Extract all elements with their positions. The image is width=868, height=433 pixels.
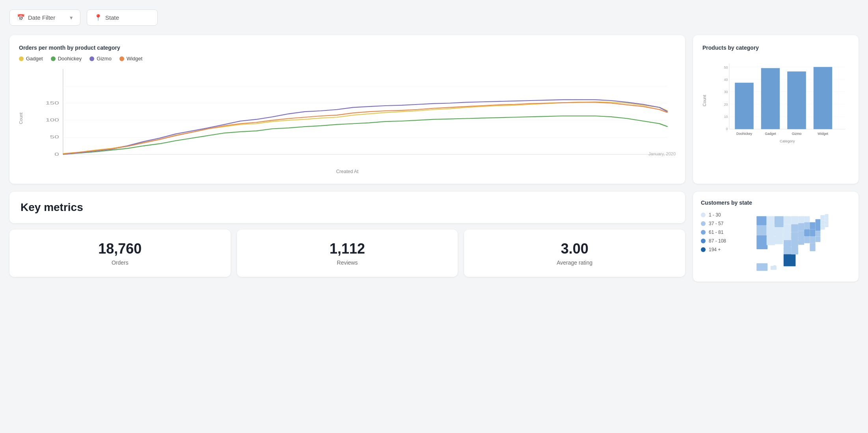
svg-rect-37 [775,236,783,244]
line-chart-card: Orders per month by product category Gad… [9,35,685,184]
map-legend: 1 - 30 37 - 57 61 - 81 87 - 108 194 + [701,212,744,256]
svg-rect-46 [791,232,798,240]
legend-1-30: 1 - 30 [701,212,744,218]
legend-194-plus: 194 + [701,247,744,252]
svg-text:150: 150 [45,101,59,105]
legend-dot-194-plus [701,247,706,252]
reviews-value: 1,112 [245,241,450,257]
svg-rect-57 [810,222,815,229]
svg-text:Widget: Widget [818,132,828,136]
orders-label: Orders [17,259,223,266]
date-filter-button[interactable]: 📅 Date Filter ▾ [9,9,80,26]
svg-rect-43 [784,254,795,266]
orders-value: 18,760 [17,241,223,257]
svg-rect-55 [804,229,810,236]
rating-label: Average rating [472,259,677,266]
gizmo-dot [89,56,94,61]
top-filters: 📅 Date Filter ▾ 📍 State [9,9,859,26]
line-chart-title: Orders per month by product category [19,45,676,51]
svg-rect-51 [798,231,804,238]
chevron-down-icon: ▾ [70,14,73,21]
svg-rect-53 [804,216,810,222]
bar-widget [814,67,833,129]
svg-rect-71 [825,224,828,227]
rating-value: 3.00 [472,241,677,257]
map-content: 1 - 30 37 - 57 61 - 81 87 - 108 194 + [701,212,851,274]
svg-rect-45 [791,224,798,232]
location-icon: 📍 [94,14,102,21]
svg-rect-36 [775,227,783,236]
main-grid: Orders per month by product category Gad… [9,35,859,184]
svg-text:0: 0 [54,152,59,157]
bar-chart-title: Products by category [702,45,849,51]
svg-rect-70 [825,221,828,224]
svg-rect-68 [825,214,828,218]
legend-dot-61-81 [701,230,706,235]
state-filter-button[interactable]: 📍 State [87,9,158,26]
legend-37-57: 37 - 57 [701,221,744,226]
svg-text:10: 10 [724,115,728,119]
reviews-metric-card: 1,112 Reviews [237,230,458,277]
state-filter-label: State [105,14,119,21]
svg-rect-64 [816,236,821,242]
legend-dot-1-30 [701,213,706,217]
bottom-grid: Key metrics 18,760 Orders 1,112 Reviews … [9,192,859,282]
bar-chart-card: Products by category Count 0 10 2 [693,35,859,184]
svg-rect-34 [767,236,775,245]
map-title: Customers by state [701,200,851,206]
svg-text:Gadget: Gadget [765,132,776,136]
date-annotation: January, 2020 [648,151,676,156]
gadget-dot [19,56,24,61]
bar-doohickey [735,83,754,129]
svg-rect-58 [810,229,815,236]
key-metrics-header: Key metrics [9,192,685,223]
legend-widget: Widget [119,56,142,62]
svg-rect-44 [791,216,798,224]
svg-rect-59 [810,236,815,243]
svg-rect-33 [767,227,775,236]
svg-text:Doohickey: Doohickey [736,132,753,136]
svg-rect-74 [773,265,776,267]
line-chart-area: 0 50 100 150 January, 2020 [31,65,676,167]
bar-gizmo [787,71,806,129]
svg-rect-63 [816,231,821,236]
svg-rect-61 [816,219,821,225]
customers-map-card: Customers by state 1 - 30 37 - 57 61 - 8… [693,192,859,282]
line-chart-legend: Gadget Doohickey Gizmo Widget [19,56,676,62]
svg-rect-69 [825,218,828,221]
legend-dot-87-108 [701,239,706,243]
svg-rect-30 [756,225,766,235]
svg-rect-67 [820,224,825,230]
svg-rect-41 [784,240,791,247]
svg-rect-48 [791,247,798,254]
svg-text:100: 100 [45,118,59,122]
y-axis-label: Count [19,112,23,124]
svg-rect-31 [756,235,767,249]
svg-rect-56 [804,236,810,243]
svg-rect-42 [784,247,791,254]
svg-rect-54 [804,222,810,229]
rating-metric-card: 3.00 Average rating [464,230,685,277]
legend-61-81: 61 - 81 [701,230,744,235]
svg-rect-47 [791,240,798,247]
metrics-section: Key metrics 18,760 Orders 1,112 Reviews … [9,192,685,282]
svg-text:Gizmo: Gizmo [792,132,802,136]
svg-text:50: 50 [724,65,728,69]
svg-rect-60 [810,243,815,251]
widget-dot [119,56,124,61]
svg-text:20: 20 [724,103,728,106]
svg-text:40: 40 [724,78,728,82]
legend-gadget: Gadget [19,56,43,62]
svg-rect-66 [820,220,825,224]
orders-metric-card: 18,760 Orders [9,230,231,277]
us-map [751,212,851,274]
bar-chart-area: 0 10 20 30 40 50 Doohickey Gadget Gizmo [714,56,849,150]
bar-y-axis-label: Count [702,95,707,106]
metrics-cards: 18,760 Orders 1,112 Reviews 3.00 Average… [9,230,685,277]
legend-gizmo: Gizmo [89,56,112,62]
calendar-icon: 📅 [17,14,25,21]
svg-rect-72 [756,263,767,271]
bar-gadget [761,68,780,129]
svg-rect-65 [820,215,825,220]
legend-doohickey: Doohickey [51,56,82,62]
